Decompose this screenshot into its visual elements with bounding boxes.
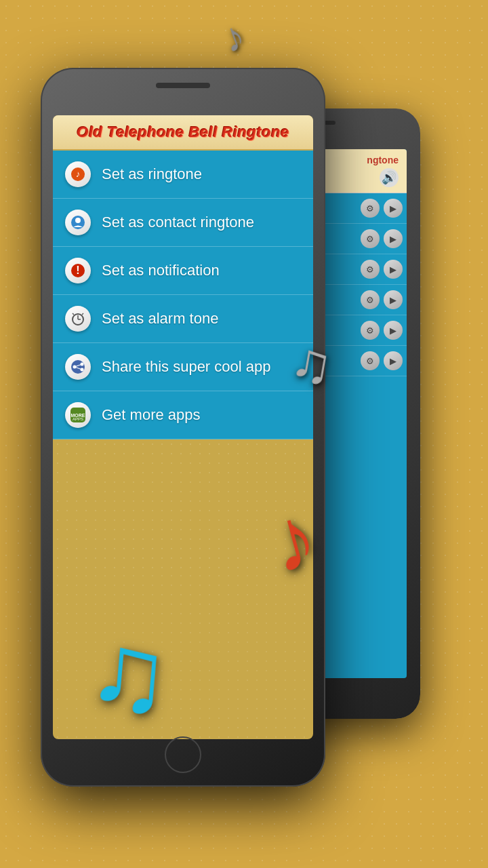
play-icon[interactable]: ▶ (384, 290, 403, 309)
get-more-apps-icon: MOREAPPS (65, 402, 91, 428)
app-title: Old Telephone Bell Ringtone (64, 123, 302, 141)
set-ringtone-icon: ♪ (65, 161, 91, 187)
svg-text:♪: ♪ (76, 169, 81, 179)
play-icon[interactable]: ▶ (384, 229, 403, 248)
svg-line-10 (82, 313, 83, 315)
set-notification-icon: ! (65, 258, 91, 283)
menu-item-set-notification[interactable]: !Set as notification (53, 247, 313, 295)
set-alarm-tone-label: Set as alarm tone (102, 310, 218, 328)
set-alarm-tone-icon (65, 306, 91, 332)
gear-icon[interactable]: ⚙ (361, 321, 380, 340)
set-contact-ringtone-label: Set as contact ringtone (102, 214, 254, 231)
menu-item-set-ringtone[interactable]: ♪Set as ringtone (53, 151, 313, 199)
share-app-icon (65, 354, 91, 380)
note-blue-icon: ♫ (83, 607, 175, 738)
speaker-icon: 🔊 (380, 168, 399, 187)
phone-main: Old Telephone Bell Ringtone ♪Set as ring… (41, 68, 325, 787)
menu-item-set-alarm-tone[interactable]: Set as alarm tone (53, 295, 313, 343)
menu-item-set-contact-ringtone[interactable]: Set as contact ringtone (53, 199, 313, 247)
svg-text:!: ! (76, 264, 79, 276)
share-app-label: Share this super cool app (102, 358, 271, 376)
play-icon[interactable]: ▶ (384, 199, 403, 218)
gear-icon[interactable]: ⚙ (361, 199, 380, 218)
app-header: Old Telephone Bell Ringtone (53, 115, 313, 151)
get-more-apps-label: Get more apps (102, 406, 201, 424)
play-icon[interactable]: ▶ (384, 321, 403, 340)
svg-text:APPS: APPS (73, 417, 83, 421)
note-top-icon: ♪ (216, 12, 251, 62)
menu-list: ♪Set as ringtoneSet as contact ringtone!… (53, 151, 313, 439)
phone-back-title: ngtone (367, 155, 399, 165)
gear-icon[interactable]: ⚙ (361, 351, 380, 370)
play-icon[interactable]: ▶ (384, 260, 403, 279)
gear-icon[interactable]: ⚙ (361, 290, 380, 309)
set-contact-ringtone-icon (65, 210, 91, 235)
svg-line-9 (73, 313, 74, 315)
menu-item-share-app[interactable]: Share this super cool app (53, 343, 313, 391)
menu-item-get-more-apps[interactable]: MOREAPPSGet more apps (53, 391, 313, 439)
play-icon[interactable]: ▶ (384, 351, 403, 370)
set-notification-label: Set as notification (102, 262, 220, 279)
svg-point-3 (75, 218, 81, 223)
gear-icon[interactable]: ⚙ (361, 229, 380, 248)
set-ringtone-label: Set as ringtone (102, 165, 202, 183)
gear-icon[interactable]: ⚙ (361, 260, 380, 279)
